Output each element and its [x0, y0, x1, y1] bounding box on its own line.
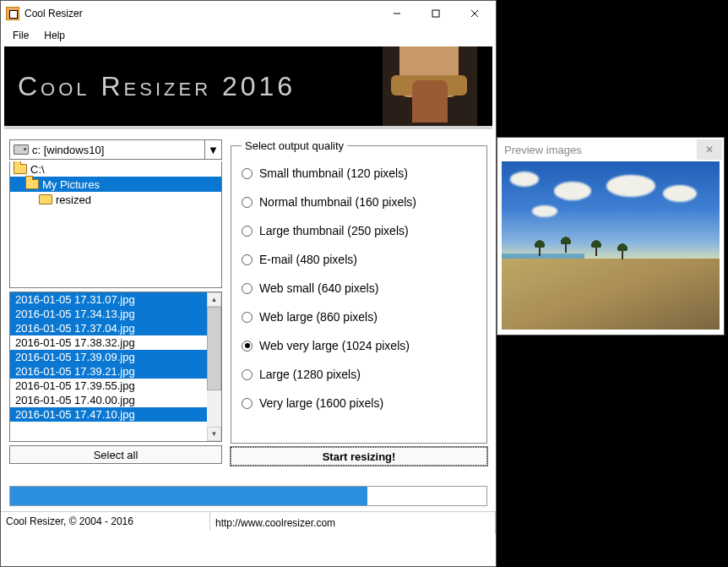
quality-label: Web large (860 pixels): [259, 310, 378, 324]
quality-option[interactable]: Normal thumbnail (160 pixels): [242, 188, 476, 216]
file-list: 2016-01-05 17.31.07.jpg2016-01-05 17.34.…: [9, 292, 222, 442]
menu-help[interactable]: Help: [37, 28, 72, 43]
quality-label: Large thumbnail (250 pixels): [259, 224, 409, 237]
quality-label: Large (1280 pixels): [259, 368, 361, 381]
preview-window: Preview images ✕: [497, 137, 725, 335]
folder-tree[interactable]: C:\ My Pictures resized: [9, 161, 222, 288]
quality-option[interactable]: Very large (1600 pixels): [242, 389, 476, 417]
scrollbar[interactable]: ▲ ▼: [207, 292, 221, 441]
banner-text: Cool Resizer 2016: [4, 71, 296, 102]
file-row[interactable]: 2016-01-05 17.39.55.jpg: [10, 379, 207, 393]
scroll-thumb[interactable]: [207, 307, 221, 390]
file-row[interactable]: 2016-01-05 17.31.07.jpg: [10, 292, 207, 307]
tree-row-root[interactable]: C:\: [10, 161, 221, 177]
file-list-body[interactable]: 2016-01-05 17.31.07.jpg2016-01-05 17.34.…: [10, 292, 207, 441]
scroll-down-button[interactable]: ▼: [207, 427, 221, 441]
content-area: c: [windows10] ▼ C:\ My Pictures resized: [1, 129, 496, 471]
file-row[interactable]: 2016-01-05 17.40.00.jpg: [10, 393, 207, 407]
app-icon: [6, 7, 19, 20]
quality-label: Small thumbnail (120 pixels): [259, 166, 408, 180]
banner: Cool Resizer 2016: [4, 46, 492, 129]
folder-label: C:\: [30, 163, 45, 176]
radio-icon[interactable]: [242, 254, 253, 265]
file-row[interactable]: 2016-01-05 17.47.10.jpg: [10, 407, 207, 422]
tree-row-mypictures[interactable]: My Pictures: [10, 177, 221, 192]
radio-icon[interactable]: [242, 226, 253, 237]
progress-fill: [10, 487, 367, 505]
file-row[interactable]: 2016-01-05 17.34.13.jpg: [10, 307, 207, 321]
quality-label: Web small (640 pixels): [259, 281, 378, 295]
preview-title-bar: Preview images ✕: [497, 138, 724, 161]
quality-option[interactable]: Web small (640 pixels): [242, 274, 476, 303]
start-resizing-button[interactable]: Start resizing!: [231, 447, 487, 466]
radio-icon[interactable]: [242, 197, 253, 208]
minimize-button[interactable]: [378, 2, 416, 25]
quality-option[interactable]: Large thumbnail (250 pixels): [242, 216, 476, 245]
close-button[interactable]: [455, 2, 494, 25]
preview-title: Preview images: [504, 144, 582, 156]
radio-icon[interactable]: [242, 341, 253, 352]
left-column: c: [windows10] ▼ C:\ My Pictures resized: [9, 139, 222, 466]
menu-bar: File Help: [1, 26, 496, 45]
quality-option[interactable]: Small thumbnail (120 pixels): [242, 159, 476, 188]
quality-option[interactable]: Web very large (1024 pixels): [242, 331, 476, 360]
quality-label: Web very large (1024 pixels): [259, 339, 410, 352]
file-row[interactable]: 2016-01-05 17.39.21.jpg: [10, 364, 207, 379]
scroll-up-button[interactable]: ▲: [207, 292, 221, 307]
file-row[interactable]: 2016-01-05 17.39.09.jpg: [10, 350, 207, 364]
radio-icon[interactable]: [242, 312, 253, 323]
quality-option[interactable]: Web large (860 pixels): [242, 303, 476, 331]
file-row[interactable]: 2016-01-05 17.38.32.jpg: [10, 335, 207, 350]
quality-option[interactable]: E-mail (480 pixels): [242, 245, 476, 274]
quality-label: Very large (1600 pixels): [259, 396, 383, 410]
preview-close-button[interactable]: ✕: [697, 139, 722, 160]
status-copyright: Cool Resizer, © 2004 - 2016: [1, 512, 210, 531]
folder-label: My Pictures: [42, 178, 100, 191]
file-row[interactable]: 2016-01-05 17.37.04.jpg: [10, 321, 207, 335]
radio-icon[interactable]: [242, 283, 253, 294]
folder-icon: [14, 164, 27, 174]
drive-label: c: [windows10]: [32, 144, 104, 156]
chevron-down-icon[interactable]: ▼: [204, 140, 221, 159]
quality-group: Select output quality Small thumbnail (1…: [231, 139, 487, 444]
folder-label: resized: [56, 194, 91, 206]
folder-icon: [25, 179, 39, 189]
quality-label: E-mail (480 pixels): [259, 253, 357, 266]
radio-icon[interactable]: [242, 369, 253, 380]
menu-file[interactable]: File: [6, 28, 35, 43]
select-all-button[interactable]: Select all: [9, 445, 222, 464]
tree-row-resized[interactable]: resized: [10, 192, 221, 207]
right-column: Select output quality Small thumbnail (1…: [231, 139, 487, 466]
status-bar: Cool Resizer, © 2004 - 2016 http://www.c…: [1, 511, 496, 529]
window-title: Cool Resizer: [24, 8, 378, 19]
folder-icon: [39, 194, 52, 204]
banner-figure: [383, 46, 477, 128]
radio-icon[interactable]: [242, 398, 253, 409]
status-url: http://www.coolresizer.com: [210, 512, 496, 534]
maximize-button[interactable]: [416, 2, 455, 25]
drive-icon: [14, 144, 29, 155]
quality-legend: Select output quality: [242, 139, 347, 152]
title-bar: Cool Resizer: [1, 1, 496, 26]
progress-bar: [9, 486, 487, 506]
quality-option[interactable]: Large (1280 pixels): [242, 360, 476, 389]
svg-rect-1: [432, 10, 439, 17]
scroll-track[interactable]: [207, 307, 221, 427]
preview-image: [502, 161, 720, 330]
quality-label: Normal thumbnail (160 pixels): [259, 195, 416, 209]
radio-icon[interactable]: [242, 168, 253, 179]
drive-select[interactable]: c: [windows10] ▼: [9, 139, 222, 160]
main-window: Cool Resizer File Help Cool Resizer 2016…: [0, 0, 497, 567]
